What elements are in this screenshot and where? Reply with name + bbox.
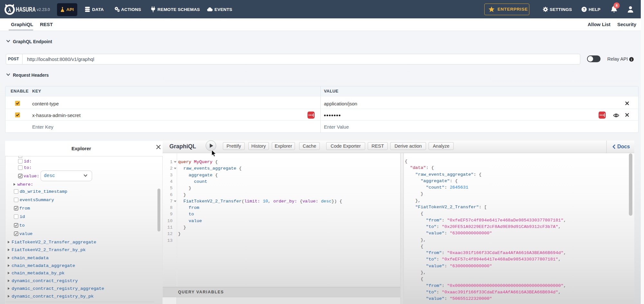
svg-text:?: ? xyxy=(583,7,585,11)
svg-text:λ: λ xyxy=(8,7,11,13)
svg-text:8: 8 xyxy=(616,4,618,7)
svg-text:i: i xyxy=(631,58,632,61)
